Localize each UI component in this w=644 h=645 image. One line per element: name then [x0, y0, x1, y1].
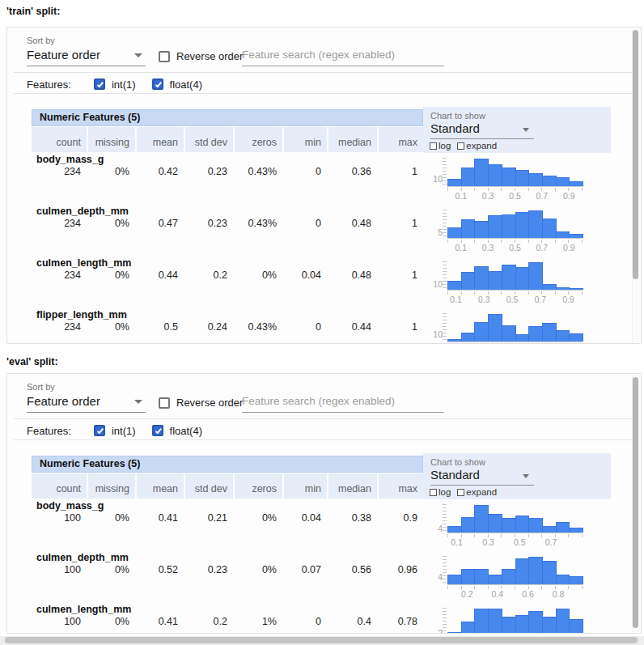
cell-min: 0.07 — [284, 564, 327, 575]
sort-by-label: Sort by — [27, 382, 146, 392]
cell-max: 0.9 — [379, 512, 423, 524]
checkbox-checked-icon[interactable] — [152, 79, 163, 90]
chart-to-show-label: Chart to show — [430, 111, 485, 121]
vertical-scrollbar-track[interactable] — [632, 375, 640, 632]
vertical-scrollbar-thumb[interactable] — [633, 30, 638, 279]
x-axis-label: 0.5 — [506, 295, 519, 304]
feature-name: flipper_length_mm — [36, 309, 127, 320]
histogram-bar — [528, 611, 543, 634]
filter-int[interactable]: int(1) — [94, 425, 136, 437]
x-axis-label: 0.1 — [455, 243, 467, 252]
y-axis-label: 2 — [422, 628, 443, 634]
histogram-bars — [447, 606, 583, 634]
sort-by-select[interactable]: Sort by Feature order — [27, 36, 146, 66]
x-axis-label: 0.5 — [509, 243, 521, 252]
sort-by-label: Sort by — [27, 36, 146, 45]
filter-float[interactable]: float(4) — [152, 79, 202, 91]
histogram-bar — [488, 609, 502, 634]
histogram-bar — [461, 219, 476, 238]
cell-min: 0 — [284, 321, 327, 333]
checkbox-unchecked-icon[interactable] — [159, 51, 170, 62]
cell-max: 1 — [379, 269, 423, 281]
reverse-order-checkbox[interactable]: Reverse order — [159, 50, 243, 62]
histogram-bar — [488, 314, 502, 342]
histogram-bar — [556, 575, 570, 584]
reverse-order-checkbox[interactable]: Reverse order — [159, 397, 243, 409]
y-axis-ticks — [443, 261, 447, 291]
column-header-zeros: zeros — [235, 127, 282, 152]
x-axis-label: 0.1 — [455, 191, 467, 201]
feature-name: culmen_depth_mm — [36, 206, 129, 217]
column-header-min: min — [284, 127, 327, 152]
x-axis-label: 0.9 — [563, 191, 575, 201]
cell-count: 234 — [32, 321, 87, 333]
histogram-bar — [556, 287, 570, 290]
histogram-bar — [461, 272, 476, 290]
cell-count: 234 — [32, 166, 87, 177]
histogram-bar — [542, 561, 557, 584]
expand-checkbox[interactable] — [457, 489, 464, 496]
histogram-bar — [542, 219, 557, 238]
cell-missing: 0% — [88, 512, 135, 524]
histogram-bars — [447, 260, 583, 291]
y-axis-label: 10 — [422, 174, 443, 184]
checkbox-checked-icon[interactable] — [94, 425, 105, 436]
cell-stddev: 0.24 — [185, 321, 233, 333]
cell-median: 0.38 — [328, 512, 377, 524]
cell-count: 100 — [32, 512, 87, 524]
feature-search — [242, 45, 444, 66]
checkbox-checked-icon[interactable] — [152, 425, 163, 436]
checkbox-checked-icon[interactable] — [94, 79, 105, 90]
cell-max: 1 — [379, 321, 423, 333]
cell-min: 0 — [284, 218, 327, 229]
dropdown-arrow-icon — [523, 474, 529, 478]
histogram-bar — [474, 322, 489, 342]
sort-by-select[interactable]: Sort by Feature order — [27, 382, 146, 413]
histogram-bar — [447, 227, 462, 238]
vertical-scrollbar-track[interactable] — [632, 28, 640, 342]
expand-label: expand — [466, 141, 497, 151]
table-row: culmen_depth_mm 234 0% 0.47 0.23 0.43% 0… — [7, 205, 622, 257]
expand-checkbox[interactable] — [457, 142, 464, 150]
vertical-scrollbar-thumb[interactable] — [633, 377, 638, 628]
y-axis-ticks — [443, 210, 447, 239]
divider — [14, 439, 633, 440]
histogram-bar — [461, 569, 476, 584]
x-axis-label: 0.4 — [492, 589, 504, 599]
column-header-count: count — [32, 127, 87, 152]
check-icon — [155, 427, 161, 435]
x-axis-label: 0.7 — [536, 243, 549, 252]
cell-max: 0.96 — [379, 564, 423, 575]
feature-search-input[interactable] — [242, 45, 444, 66]
column-header-mean: mean — [137, 473, 184, 499]
checkbox-unchecked-icon[interactable] — [159, 397, 170, 409]
filter-float[interactable]: float(4) — [152, 425, 202, 437]
y-axis-ticks — [443, 313, 447, 342]
y-axis-label: 10 — [422, 329, 443, 339]
filter-int[interactable]: int(1) — [94, 79, 136, 91]
cell-median: 0.44 — [328, 321, 377, 333]
log-checkbox[interactable] — [430, 142, 437, 150]
feature-name: culmen_length_mm — [36, 604, 131, 615]
cell-stddev: 0.23 — [185, 218, 233, 229]
sort-by-value: Feature order — [27, 48, 146, 62]
histogram-bar — [515, 558, 530, 584]
filter-int-label: int(1) — [112, 79, 136, 91]
histogram-bar — [515, 267, 530, 290]
horizontal-scrollbar-thumb[interactable] — [5, 637, 638, 643]
numeric-features-title: Numeric Features (5) — [32, 456, 423, 473]
x-axis-label: 0.1 — [451, 537, 463, 547]
histogram-bar — [569, 288, 583, 290]
histogram-bar — [502, 518, 516, 533]
cell-max: 1 — [379, 166, 423, 177]
x-axis-label: 0.5 — [514, 537, 526, 547]
log-checkbox[interactable] — [430, 489, 437, 496]
histogram-bar — [488, 514, 502, 533]
histogram-bar — [502, 569, 516, 584]
feature-search-input[interactable] — [242, 392, 444, 412]
cell-stddev: 0.2 — [185, 269, 233, 281]
features-label: Features: — [27, 79, 71, 91]
y-axis-ticks — [443, 504, 447, 533]
chart-type-select[interactable]: Standard — [430, 121, 534, 139]
chart-type-select[interactable]: Standard — [430, 468, 534, 486]
